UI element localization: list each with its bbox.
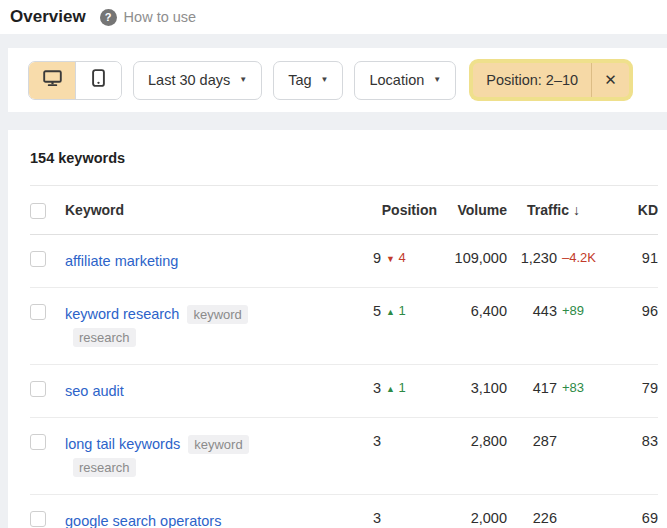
position-value: 3 [355,433,381,449]
keyword-cell: seo audit [65,380,355,402]
traffic-value: 417 [507,380,557,396]
sort-descending-icon: ↓ [573,202,580,218]
keywords-card: 154 keywords Keyword Position Volume Tra… [8,130,667,528]
chevron-down-icon: ▼ [433,76,441,84]
device-toggle [28,61,122,100]
position-change: ▼ 4 [386,250,406,266]
date-range-label: Last 30 days [148,72,230,88]
column-header-volume[interactable]: Volume [437,202,507,218]
traffic-change-value: +89 [562,303,584,319]
position-change-value: 1 [399,303,406,318]
position-value: 3 [355,510,381,526]
table-row: affiliate marketing 9▼ 4 109,000 1,230–4… [30,235,658,288]
date-range-dropdown[interactable]: Last 30 days ▼ [133,61,262,100]
keyword-link[interactable]: google search operators [65,513,221,528]
table-row: long tail keywordskeyword research 3 2,8… [30,418,658,495]
position-cell: 3 [355,433,437,449]
table-row: seo audit 3▲ 1 3,100 417+83 79 [30,365,658,418]
desktop-icon [43,70,62,91]
column-header-traffic[interactable]: Traffic↓ [507,202,613,218]
chevron-down-icon: ▼ [321,76,329,84]
traffic-cell: 417+83 [507,380,613,396]
spacer [0,34,667,48]
traffic-cell: 443+89 [507,303,613,319]
kd-cell: 91 [613,250,658,266]
page-header: Overview ? How to use [0,0,667,34]
traffic-cell: 226 [507,510,613,526]
keyword-cell: google search operators [65,510,355,528]
position-change-value: 4 [399,250,406,265]
filter-toolbar: Last 30 days ▼ Tag ▼ Location ▼ Position… [8,48,667,112]
traffic-value: 226 [507,510,557,526]
position-cell: 5▲ 1 [355,303,437,319]
location-label: Location [369,72,424,88]
page-title: Overview [10,7,86,27]
traffic-cell: 287 [507,433,613,449]
position-change-triangle-icon: ▲ [386,384,395,394]
traffic-header-label: Traffic [527,202,569,218]
column-header-position[interactable]: Position [355,202,437,218]
keywords-count: 154 keywords [30,130,658,186]
mobile-icon [92,69,105,91]
how-to-use-link[interactable]: ? How to use [100,9,197,26]
volume-cell: 109,000 [437,250,507,266]
position-change-triangle-icon: ▲ [386,307,395,317]
keyword-link[interactable]: keyword research [65,306,179,322]
keyword-link[interactable]: seo audit [65,383,124,399]
position-filter-chip-highlight: Position: 2–10 ✕ [469,59,632,101]
tag-label: Tag [288,72,311,88]
keyword-link[interactable]: long tail keywords [65,436,180,452]
spacer [0,112,667,130]
help-question-icon[interactable]: ? [100,9,117,26]
table-header-row: Keyword Position Volume Traffic↓ KD [30,186,658,235]
volume-cell: 2,000 [437,510,507,526]
kd-cell: 79 [613,380,658,396]
position-change-value: 1 [399,380,406,395]
keyword-cell: long tail keywordskeyword research [65,433,355,479]
position-filter-chip: Position: 2–10 ✕ [473,63,628,97]
row-checkbox[interactable] [30,304,46,320]
chevron-down-icon: ▼ [239,76,247,84]
volume-cell: 2,800 [437,433,507,449]
volume-cell: 6,400 [437,303,507,319]
keyword-cell: affiliate marketing [65,250,355,272]
traffic-value: 287 [507,433,557,449]
close-icon[interactable]: ✕ [592,63,629,97]
tag-dropdown[interactable]: Tag ▼ [273,61,343,100]
keyword-cell: keyword researchkeyword research [65,303,355,349]
row-checkbox[interactable] [30,381,46,397]
kd-cell: 96 [613,303,658,319]
traffic-cell: 1,230–4.2K [507,250,613,266]
traffic-change-value: +83 [562,380,584,396]
column-header-keyword[interactable]: Keyword [65,202,355,218]
column-header-kd[interactable]: KD [613,202,658,218]
traffic-value: 1,230 [507,250,557,266]
location-dropdown[interactable]: Location ▼ [354,61,456,100]
select-all-checkbox[interactable] [30,203,46,219]
kd-cell: 69 [613,510,658,526]
position-value: 5 [355,303,381,319]
table-body: affiliate marketing 9▼ 4 109,000 1,230–4… [30,235,658,528]
row-checkbox[interactable] [30,511,46,527]
position-cell: 3▲ 1 [355,380,437,396]
how-to-use-label: How to use [124,9,197,25]
position-change: ▲ 1 [386,380,406,396]
row-checkbox[interactable] [30,434,46,450]
table-row: google search operators 3 2,000 226 69 [30,495,658,528]
mobile-toggle-button[interactable] [75,62,121,99]
kd-cell: 83 [613,433,658,449]
position-cell: 3 [355,510,437,526]
desktop-toggle-button[interactable] [29,62,75,99]
traffic-value: 443 [507,303,557,319]
table-row: keyword researchkeyword research 5▲ 1 6,… [30,288,658,365]
row-checkbox[interactable] [30,251,46,267]
position-filter-label[interactable]: Position: 2–10 [473,63,591,97]
position-value: 3 [355,380,381,396]
position-change-triangle-icon: ▼ [386,254,395,264]
position-cell: 9▼ 4 [355,250,437,266]
position-value: 9 [355,250,381,266]
position-change: ▲ 1 [386,303,406,319]
volume-cell: 3,100 [437,380,507,396]
keyword-link[interactable]: affiliate marketing [65,253,178,269]
traffic-change-value: –4.2K [562,250,596,266]
